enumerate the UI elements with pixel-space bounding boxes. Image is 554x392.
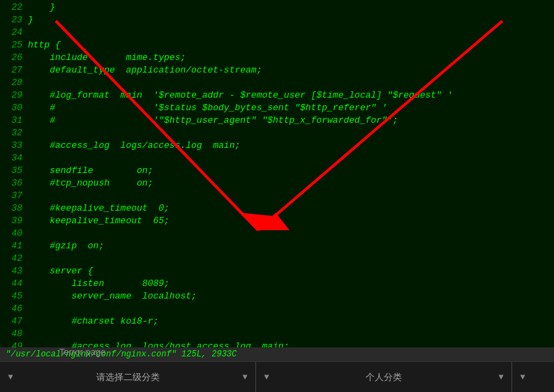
line-number: 35 bbox=[0, 165, 28, 177]
line-number: 43 bbox=[0, 265, 28, 278]
line-number: 26 bbox=[0, 52, 28, 64]
line-number: 23 bbox=[0, 14, 28, 27]
table-row: 47 #charset koi8-r; bbox=[0, 315, 554, 328]
table-row: 22 } bbox=[0, 1, 554, 14]
line-content: } bbox=[28, 14, 33, 27]
line-content: #gzip on; bbox=[28, 240, 104, 252]
line-number: 32 bbox=[0, 127, 28, 140]
table-row: 29 #log_format main '$remote_addr - $rem… bbox=[0, 89, 554, 102]
bottom-toolbar: ▼ 请选择二级分类 ▼ ▼ 个人分类 ▼ ▼ bbox=[0, 361, 554, 392]
line-content: #access_log logs/access.log main; bbox=[28, 140, 240, 152]
table-row: 40 bbox=[0, 227, 554, 240]
table-row: 26 include mime.types; bbox=[0, 52, 554, 64]
line-number: 30 bbox=[0, 102, 28, 114]
table-row: 44 listen 8089; bbox=[0, 278, 554, 290]
line-content: server_name localhost; bbox=[28, 290, 197, 303]
toolbar-section-1[interactable]: ▼ 请选择二级分类 ▼ bbox=[0, 362, 256, 392]
section2-arrow-right[interactable]: ▼ bbox=[491, 362, 511, 392]
table-row: 37 bbox=[0, 190, 554, 202]
line-content: # '$status $body_bytes_sent "$http_refer… bbox=[28, 102, 387, 114]
section1-arrow-right[interactable]: ▼ bbox=[234, 362, 255, 392]
line-number: 40 bbox=[0, 227, 28, 240]
line-number: 22 bbox=[0, 1, 28, 14]
line-number: 41 bbox=[0, 240, 28, 252]
line-number: 34 bbox=[0, 152, 28, 165]
table-row: 46 bbox=[0, 303, 554, 315]
line-number: 24 bbox=[0, 27, 28, 39]
section3-arrow[interactable]: ▼ bbox=[512, 362, 533, 392]
table-row: 34 bbox=[0, 152, 554, 165]
line-number: 44 bbox=[0, 278, 28, 290]
table-row: 27 default_type application/octet-stream… bbox=[0, 64, 554, 77]
table-row: 42 bbox=[0, 252, 554, 265]
line-content: # '"$http_user_agent" "$http_x_forwarded… bbox=[28, 114, 398, 127]
table-row: 33 #access_log logs/access.log main; bbox=[0, 140, 554, 152]
line-number: 42 bbox=[0, 252, 28, 265]
line-number: 31 bbox=[0, 114, 28, 127]
table-row: 23} bbox=[0, 14, 554, 27]
toolbar-section-3[interactable]: ▼ bbox=[512, 362, 554, 392]
line-content: sendfile on; bbox=[28, 165, 153, 177]
line-number: 45 bbox=[0, 290, 28, 303]
line-number: 47 bbox=[0, 315, 28, 328]
section1-label[interactable]: 请选择二级分类 bbox=[21, 371, 234, 384]
line-number: 38 bbox=[0, 202, 28, 215]
table-row: 36 #tcp_nopush on; bbox=[0, 177, 554, 190]
section1-arrow[interactable]: ▼ bbox=[0, 362, 21, 392]
table-row: 32 bbox=[0, 127, 554, 140]
line-content: server { bbox=[28, 265, 93, 278]
line-content: #tcp_nopush on; bbox=[28, 177, 153, 190]
toolbar-section-2[interactable]: ▼ 个人分类 ▼ bbox=[256, 362, 512, 392]
table-row: 41 #gzip on; bbox=[0, 240, 554, 252]
line-number: 28 bbox=[0, 77, 28, 89]
line-content: default_type application/octet-stream; bbox=[28, 64, 262, 77]
section2-label[interactable]: 个人分类 bbox=[277, 371, 491, 384]
line-number: 39 bbox=[0, 215, 28, 227]
line-number: 36 bbox=[0, 177, 28, 190]
line-content: } bbox=[28, 1, 55, 14]
table-row: 24 bbox=[0, 27, 554, 39]
line-number: 29 bbox=[0, 89, 28, 102]
code-editor: 22 }23}2425http {26 include mime.types;2… bbox=[0, 0, 554, 361]
line-number: 27 bbox=[0, 64, 28, 77]
line-content: #charset koi8-r; bbox=[28, 315, 158, 328]
line-content: #log_format main '$remote_addr - $remote… bbox=[28, 89, 453, 102]
line-number: 37 bbox=[0, 190, 28, 202]
table-row: 38 #keepalive_timeout 0; bbox=[0, 202, 554, 215]
table-row: 43 server { bbox=[0, 265, 554, 278]
table-row: 45 server_name localhost; bbox=[0, 290, 554, 303]
table-row: 39 keepalive_timeout 65; bbox=[0, 215, 554, 227]
line-content: listen 8089; bbox=[28, 278, 170, 290]
line-content: #keepalive_timeout 0; bbox=[28, 202, 170, 215]
section2-arrow[interactable]: ▼ bbox=[256, 362, 277, 392]
line-content: keepalive_timeout 65; bbox=[28, 215, 170, 227]
line-number: 33 bbox=[0, 140, 28, 152]
table-row: 48 bbox=[0, 328, 554, 340]
terror-page-label: Terror page bbox=[59, 347, 105, 357]
line-number: 46 bbox=[0, 303, 28, 315]
table-row: 30 # '$status $body_bytes_sent "$http_re… bbox=[0, 102, 554, 114]
table-row: 25http { bbox=[0, 39, 554, 52]
line-content: include mime.types; bbox=[28, 52, 186, 64]
status-text: "/usr/local/nginx/conf/nginx.conf" 125L,… bbox=[6, 349, 237, 359]
table-row: 28 bbox=[0, 77, 554, 89]
line-number: 25 bbox=[0, 39, 28, 52]
table-row: 35 sendfile on; bbox=[0, 165, 554, 177]
line-number: 48 bbox=[0, 328, 28, 340]
table-row: 31 # '"$http_user_agent" "$http_x_forwar… bbox=[0, 114, 554, 127]
line-content: http { bbox=[28, 39, 61, 52]
